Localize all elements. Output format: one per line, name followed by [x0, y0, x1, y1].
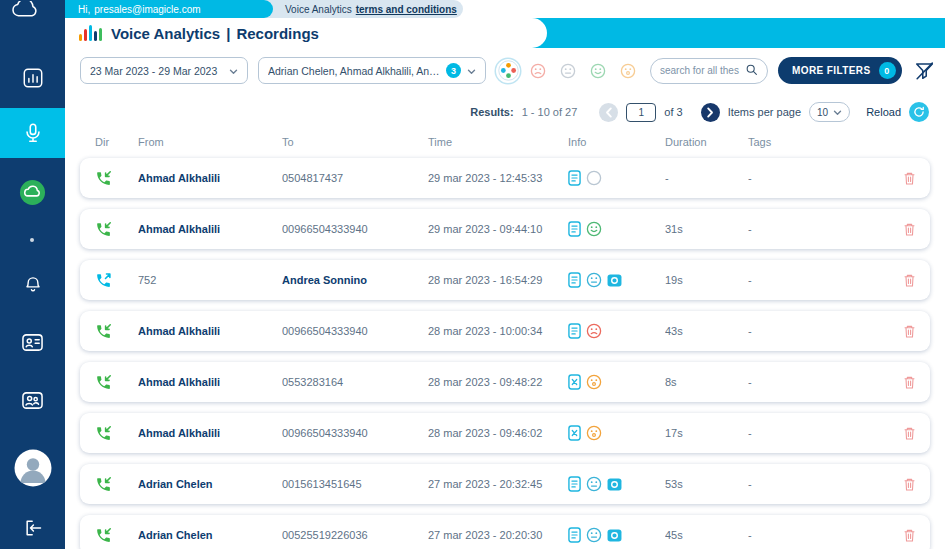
- user-email: presales@imagicle.com: [94, 4, 200, 15]
- previous-page-button[interactable]: [599, 103, 618, 122]
- incoming-call-icon: [95, 323, 138, 340]
- next-page-button[interactable]: [701, 103, 720, 122]
- terms-prefix: Voice Analytics: [285, 4, 352, 15]
- tags-cell: -: [748, 274, 890, 286]
- info-cell: [568, 323, 665, 339]
- duration-cell: 53s: [665, 478, 748, 490]
- table-row[interactable]: Ahmad Alkhalili050481743729 mar 2023 - 1…: [80, 158, 930, 198]
- items-per-page-select[interactable]: 10: [809, 102, 850, 122]
- title-separator: |: [226, 25, 230, 42]
- transcript-x-icon[interactable]: [568, 374, 581, 390]
- transcript-icon[interactable]: [568, 170, 581, 186]
- sidebar-item-recordings[interactable]: [0, 108, 65, 158]
- search-icon: [745, 62, 758, 80]
- transcript-icon[interactable]: [568, 272, 581, 288]
- angry-icon[interactable]: [586, 323, 602, 339]
- duration-cell: -: [665, 172, 748, 184]
- logout-button[interactable]: [0, 508, 65, 548]
- user-avatar[interactable]: [0, 446, 65, 490]
- delete-recording-button[interactable]: [901, 475, 918, 494]
- to-cell: 00525519226036: [282, 529, 428, 541]
- sentiment-filter-neutral[interactable]: [556, 59, 580, 83]
- greeting-text: Hi,: [78, 4, 90, 15]
- delete-recording-button[interactable]: [901, 373, 918, 392]
- time-cell: 29 mar 2023 - 09:44:10: [428, 223, 568, 235]
- duration-cell: 17s: [665, 427, 748, 439]
- transcript-x-icon[interactable]: [568, 425, 581, 441]
- delete-recording-button[interactable]: [901, 271, 918, 290]
- sentiment-filter-angry[interactable]: [526, 59, 550, 83]
- table-row[interactable]: Ahmad Alkhalili055328316428 mar 2023 - 0…: [80, 362, 930, 402]
- surprised-icon[interactable]: [586, 425, 602, 441]
- none-icon[interactable]: [586, 170, 602, 186]
- neutral-icon[interactable]: [586, 476, 602, 492]
- to-cell: 0553283164: [282, 376, 428, 388]
- incoming-call-icon: [95, 476, 138, 493]
- delete-recording-button[interactable]: [901, 526, 918, 545]
- transcript-icon[interactable]: [568, 476, 581, 492]
- items-per-page-value: 10: [817, 107, 828, 118]
- clear-filters-icon[interactable]: [912, 58, 938, 84]
- transcript-icon[interactable]: [568, 221, 581, 237]
- filter-row: 23 Mar 2023 - 29 Mar 2023 Adrian Chelen,…: [65, 48, 945, 84]
- screen-icon[interactable]: [607, 529, 622, 542]
- sentiment-filter-all[interactable]: [496, 59, 520, 83]
- page-number-input[interactable]: [626, 103, 656, 122]
- tags-cell: -: [748, 325, 890, 337]
- table-row[interactable]: Ahmad Alkhalili0096650433394028 mar 2023…: [80, 413, 930, 453]
- table-row[interactable]: Adrian Chelen0052551922603627 mar 2023 -…: [80, 515, 930, 549]
- time-cell: 28 mar 2023 - 16:54:29: [428, 274, 568, 286]
- neutral-icon[interactable]: [586, 527, 602, 543]
- search-input[interactable]: [660, 65, 741, 76]
- sentiment-filter-happy[interactable]: [586, 59, 610, 83]
- terms-and-conditions-link[interactable]: terms and conditions: [356, 4, 457, 15]
- users-select[interactable]: Adrian Chelen, Ahmad Alkhalili, Andr... …: [258, 57, 486, 84]
- screen-icon[interactable]: [607, 274, 622, 287]
- results-row: Results: 1 - 10 of 27 of 3 Items per pag…: [65, 84, 945, 122]
- delete-recording-button[interactable]: [901, 322, 918, 341]
- incoming-call-icon: [95, 221, 138, 238]
- screen-icon[interactable]: [607, 478, 622, 491]
- imagicle-cloud-logo: [9, 1, 43, 22]
- sidebar-item-dashboard[interactable]: [0, 58, 65, 98]
- users-selected-value: Adrian Chelen, Ahmad Alkhalili, Andr...: [268, 65, 440, 77]
- info-cell: [568, 425, 665, 441]
- info-cell: [568, 476, 665, 492]
- to-cell: 00966504333940: [282, 223, 428, 235]
- delete-recording-button[interactable]: [901, 220, 918, 239]
- neutral-icon[interactable]: [586, 272, 602, 288]
- terms-text: Voice Analytics terms and conditions: [285, 0, 457, 18]
- date-range-select[interactable]: 23 Mar 2023 - 29 Mar 2023: [80, 57, 248, 84]
- surprised-icon[interactable]: [586, 374, 602, 390]
- items-per-page-label: Items per page: [728, 106, 801, 118]
- sidebar: [0, 0, 65, 549]
- delete-recording-button[interactable]: [901, 169, 918, 188]
- incoming-call-icon: [95, 374, 138, 391]
- transcript-icon[interactable]: [568, 527, 581, 543]
- sidebar-item-contacts[interactable]: [0, 322, 65, 362]
- to-cell: Andrea Sonnino: [282, 274, 428, 286]
- time-cell: 28 mar 2023 - 10:00:34: [428, 325, 568, 337]
- from-cell: Ahmad Alkhalili: [138, 325, 282, 337]
- page-header: Voice Analytics|Recordings: [65, 18, 547, 48]
- duration-cell: 8s: [665, 376, 748, 388]
- incoming-call-icon: [95, 527, 138, 544]
- incoming-call-icon: [95, 425, 138, 442]
- table-row[interactable]: Ahmad Alkhalili0096650433394029 mar 2023…: [80, 209, 930, 249]
- time-cell: 27 mar 2023 - 20:20:30: [428, 529, 568, 541]
- sentiment-filter-surprised[interactable]: [616, 59, 640, 83]
- transcript-icon[interactable]: [568, 323, 581, 339]
- reload-button[interactable]: [909, 102, 929, 122]
- sidebar-item-alerts[interactable]: [0, 264, 65, 304]
- more-filters-button[interactable]: MORE FILTERS 0: [778, 57, 902, 84]
- more-filters-label: MORE FILTERS: [792, 65, 871, 76]
- table-row[interactable]: 752Andrea Sonnino28 mar 2023 - 16:54:291…: [80, 260, 930, 300]
- tags-cell: -: [748, 223, 890, 235]
- table-row[interactable]: Ahmad Alkhalili0096650433394028 mar 2023…: [80, 311, 930, 351]
- table-row[interactable]: Adrian Chelen001561345164527 mar 2023 - …: [80, 464, 930, 504]
- sidebar-item-cloud-backup[interactable]: [0, 172, 65, 212]
- happy-icon[interactable]: [586, 221, 602, 237]
- delete-recording-button[interactable]: [901, 424, 918, 443]
- sidebar-item-users[interactable]: [0, 380, 65, 420]
- selected-users-count-badge: 3: [446, 63, 461, 78]
